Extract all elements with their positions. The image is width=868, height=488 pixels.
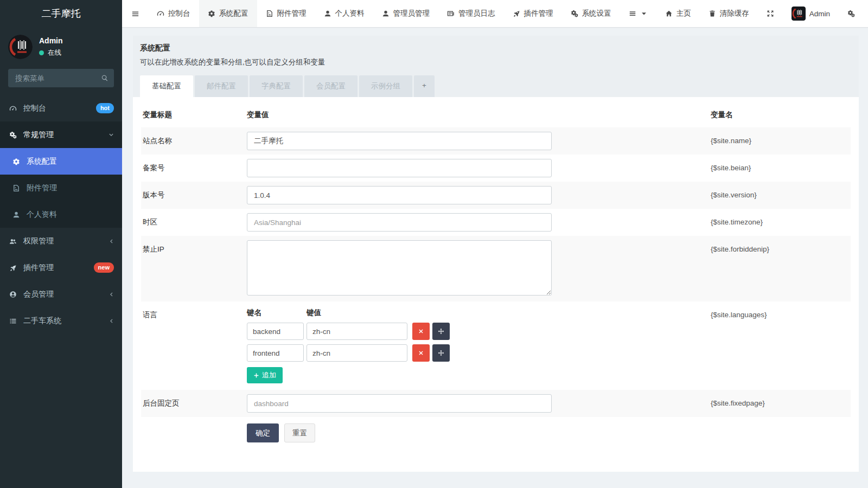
topnav-items: 控制台 系统配置 附件管理 个人资料 管理员管理 管理员日志 插件管理 系统设置 <box>148 0 620 27</box>
user-status[interactable]: 在线 <box>39 48 63 57</box>
row-label: 备案号 <box>143 164 165 172</box>
user-icon <box>324 10 331 17</box>
user-icon <box>382 10 390 17</box>
kv-row <box>247 323 711 340</box>
kv-key-input[interactable] <box>247 344 304 362</box>
form-row: 语言 键名 键值 追加 {$site.langu <box>141 301 851 390</box>
caret-down-icon <box>640 10 648 17</box>
page-title: 系统配置 <box>140 43 852 53</box>
settings-button[interactable] <box>839 0 864 27</box>
file-icon <box>11 184 21 192</box>
topnav-menu-dropdown[interactable] <box>620 0 656 27</box>
kv-key-header: 键名 <box>247 308 307 318</box>
home-link[interactable]: 主页 <box>656 0 700 27</box>
topnav-item-3[interactable]: 附件管理 <box>257 0 315 27</box>
user-icon <box>11 211 21 219</box>
close-icon <box>418 328 424 335</box>
sidebar-item[interactable]: 个人资料 <box>0 201 122 228</box>
delete-row-button[interactable] <box>412 323 430 340</box>
list-icon <box>8 317 18 325</box>
user-panel: Admin 在线 <box>0 27 122 63</box>
delete-row-button[interactable] <box>412 344 430 362</box>
row-label: 后台固定页 <box>143 399 180 407</box>
kv-key-input[interactable] <box>247 323 304 340</box>
move-row-button[interactable] <box>432 323 450 340</box>
sidebar-item[interactable]: 常规管理 <box>0 121 122 148</box>
tab-4[interactable]: 会员配置 <box>304 75 358 97</box>
user-name: Admin <box>39 36 63 45</box>
sidebar-item[interactable]: 会员管理 <box>0 281 122 307</box>
home-label: 主页 <box>676 9 691 18</box>
topnav: 控制台 系统配置 附件管理 个人资料 管理员管理 管理员日志 插件管理 系统设置… <box>122 0 868 27</box>
sidebar-item[interactable]: 二手车系统 <box>0 307 122 334</box>
sidebar-item[interactable]: 控制台 hot <box>0 95 122 121</box>
badge: hot <box>96 103 114 113</box>
sidebar-item[interactable]: 附件管理 <box>0 175 122 201</box>
chevron-left-icon <box>108 292 114 297</box>
sidebar-toggle-button[interactable] <box>122 0 148 27</box>
brand-title: 二手摩托 <box>42 7 81 20</box>
search-icon[interactable] <box>101 74 108 82</box>
variable-name: {$site.beian} <box>711 164 751 172</box>
text-input[interactable] <box>247 159 552 177</box>
tab-5[interactable]: 示例分组 <box>359 75 412 97</box>
topnav-item-8[interactable]: 系统设置 <box>562 0 620 27</box>
clear-cache-link[interactable]: 清除缓存 <box>700 0 758 27</box>
topnav-item-4[interactable]: 个人资料 <box>315 0 373 27</box>
append-button[interactable]: 追加 <box>247 367 283 383</box>
home-icon <box>665 10 673 17</box>
brand[interactable]: 二手摩托 <box>0 0 122 27</box>
hamburger-icon <box>131 10 139 18</box>
chevron-left-icon <box>108 239 114 244</box>
gauge-icon <box>157 10 164 17</box>
sidebar-treeview: 常规管理 系统配置 附件管理 个人资料 <box>0 121 122 228</box>
textarea-input[interactable] <box>247 240 552 296</box>
submit-button[interactable]: 确定 <box>247 423 279 442</box>
variable-name: {$site.name} <box>711 137 751 145</box>
fullscreen-button[interactable] <box>758 0 783 27</box>
text-input[interactable] <box>247 132 552 150</box>
tab-2[interactable]: 邮件配置 <box>195 75 248 97</box>
row-label: 语言 <box>143 311 157 319</box>
kv-value-input[interactable] <box>307 323 407 340</box>
avatar <box>8 35 33 59</box>
sidebar-menu: 控制台 hot 常规管理 系统配置 附件管理 个人资料 权限管理 插件管理 ne… <box>0 95 122 334</box>
user-status-label: 在线 <box>48 48 61 57</box>
actions-row: 确定 重置 <box>141 417 851 449</box>
text-input[interactable] <box>247 186 552 204</box>
search-input[interactable] <box>8 69 114 87</box>
user-menu[interactable]: Admin <box>783 0 839 27</box>
kv-row <box>247 344 711 362</box>
kv-value-header: 键值 <box>307 308 321 318</box>
sidebar-item[interactable]: 系统配置 <box>0 148 122 175</box>
list-icon <box>629 10 636 17</box>
topnav-item-6[interactable]: 管理员日志 <box>438 0 504 27</box>
topnav-item-7[interactable]: 插件管理 <box>504 0 562 27</box>
text-input[interactable] <box>247 394 552 413</box>
kv-value-input[interactable] <box>307 344 407 362</box>
sidebar-item[interactable]: 插件管理 new <box>0 254 122 281</box>
menu-search <box>8 69 114 87</box>
topnav-item-2[interactable]: 系统配置 <box>199 0 257 27</box>
move-row-button[interactable] <box>432 344 450 362</box>
topnav-item-1[interactable]: 控制台 <box>148 0 199 27</box>
sidebar: 二手摩托 Admin 在线 <box>0 0 122 488</box>
tab-1[interactable]: 基础配置 <box>140 75 193 97</box>
row-label: 版本号 <box>143 191 165 199</box>
text-input[interactable] <box>247 213 552 232</box>
sidebar-item[interactable]: 权限管理 <box>0 228 122 254</box>
user-circle-icon <box>8 291 18 298</box>
form-row: 版本号 {$site.version} <box>141 182 851 209</box>
username-label: Admin <box>809 10 830 18</box>
badge: new <box>94 262 114 272</box>
reset-button[interactable]: 重置 <box>284 423 315 442</box>
online-dot <box>39 50 44 55</box>
topnav-item-5[interactable]: 管理员管理 <box>373 0 439 27</box>
move-icon <box>438 350 444 356</box>
rocket-icon <box>8 264 18 272</box>
close-icon <box>418 350 424 356</box>
variable-name: {$site.version} <box>711 191 757 199</box>
add-tab-button[interactable]: + <box>414 75 435 97</box>
gear-icon <box>11 158 21 165</box>
tab-3[interactable]: 字典配置 <box>250 75 303 97</box>
